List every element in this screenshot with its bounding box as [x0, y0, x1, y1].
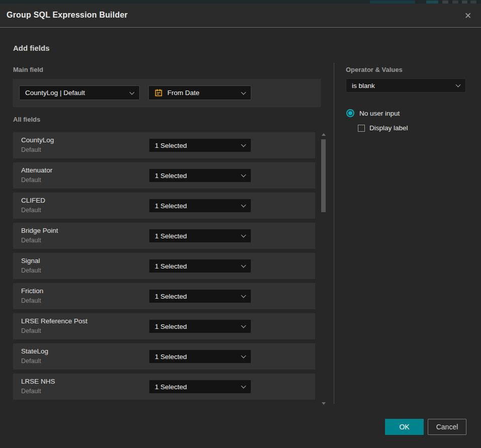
field-selection-value: 1 Selected — [155, 383, 187, 391]
field-selection-select[interactable]: 1 Selected — [149, 229, 251, 243]
field-type: Default — [21, 357, 41, 365]
field-row: SignalDefault1 Selected — [13, 253, 315, 279]
main-field-layer-value: CountyLog | Default — [25, 89, 85, 97]
operator-select[interactable]: is blank — [346, 78, 466, 93]
field-selection-select[interactable]: 1 Selected — [149, 168, 251, 183]
field-name: Signal — [21, 257, 40, 264]
all-fields-list: CountyLogDefault1 SelectedAttenuatorDefa… — [13, 132, 315, 404]
main-field-layer-select[interactable]: CountyLog | Default — [19, 85, 140, 100]
operator-values-label: Operator & Values — [346, 66, 403, 73]
field-selection-select[interactable]: 1 Selected — [149, 138, 251, 152]
field-name: Bridge Point — [21, 227, 58, 234]
field-name: LRSE Reference Post — [21, 317, 87, 325]
field-type: Default — [21, 327, 41, 334]
add-fields-heading: Add fields — [13, 44, 50, 52]
chevron-down-icon — [241, 263, 246, 268]
field-name: Attenuator — [21, 166, 52, 174]
chevron-down-icon — [456, 82, 461, 87]
all-fields-label: All fields — [13, 116, 40, 123]
field-selection-value: 1 Selected — [155, 172, 187, 180]
background-app-edge — [0, 0, 481, 4]
field-selection-select[interactable]: 1 Selected — [149, 319, 251, 333]
field-selection-select[interactable]: 1 Selected — [149, 199, 251, 213]
field-name: StateLog — [21, 347, 48, 355]
field-row: LRSE Reference PostDefault1 Selected — [13, 313, 315, 339]
panel-divider — [334, 63, 334, 404]
cancel-button[interactable]: Cancel — [428, 419, 466, 435]
field-type: Default — [21, 267, 41, 274]
operator-value: is blank — [352, 82, 375, 89]
field-selection-value: 1 Selected — [155, 293, 187, 300]
field-type: Default — [21, 176, 41, 184]
screen: Group SQL Expression Builder ✕ Add field… — [0, 0, 481, 448]
ok-button[interactable]: OK — [385, 419, 424, 435]
no-user-input-label: No user input — [359, 110, 400, 117]
list-scrollbar[interactable] — [321, 132, 327, 406]
scroll-down-icon[interactable] — [322, 402, 326, 405]
field-type: Default — [21, 146, 41, 153]
field-name: LRSE NHS — [21, 378, 55, 385]
dialog-title: Group SQL Expression Builder — [7, 11, 128, 20]
group-sql-expression-builder-dialog: Group SQL Expression Builder ✕ Add field… — [0, 4, 481, 448]
main-field-panel: CountyLog | Default From Date — [13, 79, 321, 107]
main-field-date-value: From Date — [167, 89, 200, 97]
display-label-checkbox-row[interactable]: Display label — [358, 124, 408, 132]
field-selection-value: 1 Selected — [155, 202, 187, 210]
field-name: CountyLog — [21, 136, 54, 144]
display-label-label: Display label — [369, 124, 408, 132]
field-type: Default — [21, 388, 41, 395]
field-name: CLIFED — [21, 197, 45, 204]
field-name: Friction — [21, 287, 43, 295]
field-row: LRSE NHSDefault1 Selected — [13, 374, 315, 400]
close-icon: ✕ — [464, 11, 471, 21]
field-selection-select[interactable]: 1 Selected — [149, 349, 251, 364]
field-row: StateLogDefault1 Selected — [13, 343, 315, 370]
field-selection-select[interactable]: 1 Selected — [149, 259, 251, 273]
field-row: AttenuatorDefault1 Selected — [13, 162, 315, 189]
radio-selected-icon — [346, 109, 354, 117]
field-row: CLIFEDDefault1 Selected — [13, 193, 315, 219]
field-type: Default — [21, 207, 41, 214]
chevron-down-icon — [241, 323, 246, 328]
field-type: Default — [21, 297, 41, 304]
chevron-down-icon — [241, 293, 246, 298]
checkbox-unchecked-icon[interactable] — [358, 125, 365, 132]
main-field-label: Main field — [13, 66, 43, 73]
field-row: Bridge PointDefault1 Selected — [13, 223, 315, 249]
chevron-down-icon — [130, 89, 135, 95]
chevron-down-icon — [241, 353, 246, 359]
field-selection-value: 1 Selected — [155, 323, 187, 330]
field-selection-value: 1 Selected — [155, 142, 187, 149]
field-selection-value: 1 Selected — [155, 232, 187, 240]
no-user-input-radio[interactable]: No user input — [346, 109, 400, 117]
chevron-down-icon — [241, 172, 246, 177]
field-selection-select[interactable]: 1 Selected — [149, 380, 251, 394]
main-field-date-select[interactable]: From Date — [148, 85, 251, 100]
chevron-down-icon — [241, 89, 246, 95]
chevron-down-icon — [241, 142, 246, 147]
field-row: FrictionDefault1 Selected — [13, 283, 315, 309]
chevron-down-icon — [241, 384, 246, 389]
field-selection-value: 1 Selected — [155, 353, 187, 361]
close-button[interactable]: ✕ — [461, 9, 475, 23]
scrollbar-thumb[interactable] — [321, 139, 326, 212]
field-selection-value: 1 Selected — [155, 262, 187, 270]
field-selection-select[interactable]: 1 Selected — [149, 289, 251, 303]
field-type: Default — [21, 237, 41, 244]
dialog-titlebar: Group SQL Expression Builder ✕ — [0, 4, 481, 28]
chevron-down-icon — [241, 233, 246, 238]
calendar-icon — [154, 88, 163, 97]
field-row: CountyLogDefault1 Selected — [13, 132, 315, 158]
scroll-up-icon[interactable] — [322, 133, 326, 136]
chevron-down-icon — [241, 203, 246, 208]
